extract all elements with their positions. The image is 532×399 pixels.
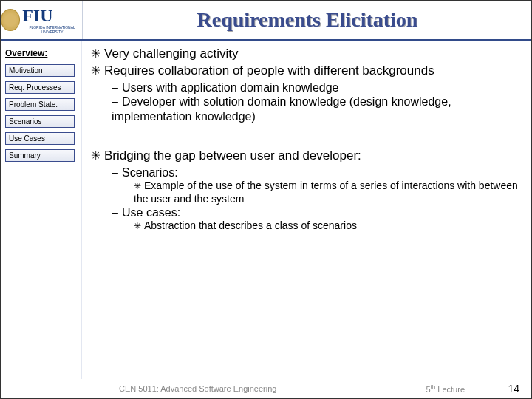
- subsub-bullet-text: Abstraction that describes a class of sc…: [144, 219, 357, 231]
- sub-bullet-text: Use cases:: [122, 206, 180, 219]
- title-area: Requirements Elicitation: [83, 1, 531, 39]
- sub-bullet-text: Scenarios:: [122, 166, 178, 179]
- sidebar-item-req-processes[interactable]: Req. Processes: [5, 81, 75, 94]
- bullet-icon: ✳: [91, 149, 104, 164]
- bullet-icon: ✳: [91, 64, 104, 79]
- bullet-icon: ✳: [134, 181, 144, 192]
- sub-bullet: –Use cases:: [112, 205, 518, 220]
- logo-subtext: FLORIDA INTERNATIONAL UNIVERSITY: [22, 25, 82, 34]
- bullet-3-text: Bridging the gap between user and develo…: [104, 149, 361, 164]
- logo-seal-icon: [1, 9, 20, 31]
- main: Overview: Motivation Req. Processes Prob…: [1, 41, 531, 379]
- bullet-icon: ✳: [134, 221, 144, 232]
- sidebar-item-scenarios[interactable]: Scenarios: [5, 115, 75, 128]
- sidebar-item-motivation[interactable]: Motivation: [5, 64, 75, 77]
- logo: FIU FLORIDA INTERNATIONAL UNIVERSITY: [1, 1, 83, 39]
- sidebar-item-summary[interactable]: Summary: [5, 149, 75, 162]
- bullet-2-text: Requires collaboration of people with di…: [104, 64, 434, 79]
- subsub-bullet: ✳Example of the use of the system in ter…: [134, 180, 518, 205]
- footer: CEN 5011: Advanced Software Engineering …: [1, 379, 531, 398]
- header: FIU FLORIDA INTERNATIONAL UNIVERSITY Req…: [1, 1, 531, 41]
- content: ✳ Very challenging activity ✳ Requires c…: [82, 41, 531, 379]
- sub-bullet: –Users with application domain knowledge: [112, 81, 518, 95]
- page-title: Requirements Elicitation: [197, 8, 418, 32]
- sidebar-item-problem-state[interactable]: Problem State.: [5, 98, 75, 111]
- sidebar-item-use-cases[interactable]: Use Cases: [5, 132, 75, 145]
- bullet-1-text: Very challenging activity: [104, 47, 238, 62]
- sub-bullet-text: Users with application domain knowledge: [122, 81, 339, 94]
- footer-course: CEN 5011: Advanced Software Engineering: [119, 384, 276, 393]
- subsub-bullet-text: Example of the use of the system in term…: [134, 180, 518, 204]
- footer-lecture: 5th Lecture: [426, 383, 465, 394]
- subsub-bullet: ✳Abstraction that describes a class of s…: [134, 219, 518, 232]
- bullet-2: ✳ Requires collaboration of people with …: [91, 64, 518, 79]
- sidebar-heading: Overview:: [5, 48, 77, 58]
- logo-text: FIU: [22, 6, 52, 25]
- footer-page-number: 14: [508, 383, 519, 395]
- bullet-3: ✳ Bridging the gap between user and deve…: [91, 149, 518, 164]
- bullet-icon: ✳: [91, 47, 104, 62]
- sub-bullet: –Scenarios:: [112, 166, 518, 180]
- bullet-1: ✳ Very challenging activity: [91, 47, 518, 62]
- sidebar: Overview: Motivation Req. Processes Prob…: [1, 41, 82, 379]
- sub-bullet-text: Developer with solution domain knowledge…: [112, 95, 451, 123]
- sub-bullet: –Developer with solution domain knowledg…: [112, 95, 518, 123]
